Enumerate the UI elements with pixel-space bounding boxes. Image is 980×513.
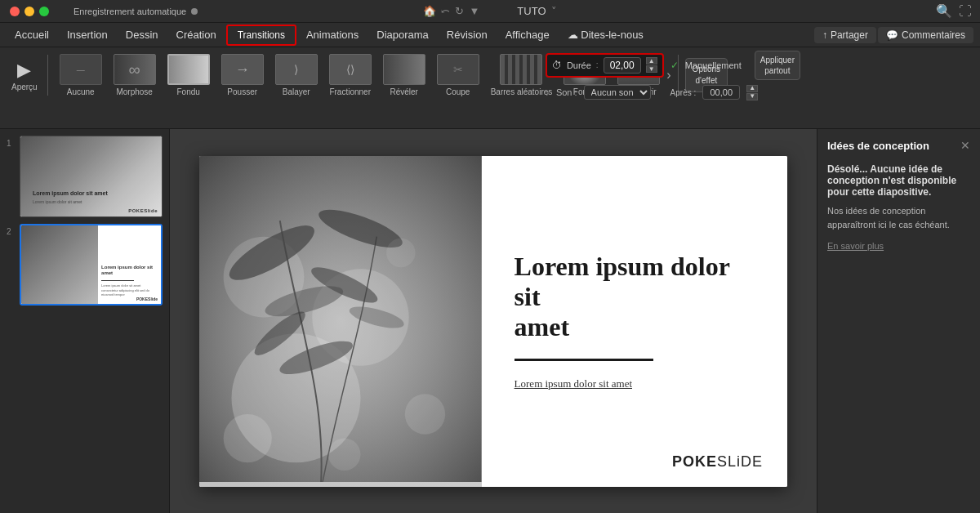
apercu-label: Aperçu: [11, 83, 38, 91]
slide2-title: Lorem ipsum dolor sit amet: [101, 265, 158, 278]
son-note-icon: ♪: [546, 88, 550, 97]
slide2-underline: [101, 280, 134, 281]
menu-revision[interactable]: Révision: [439, 27, 496, 42]
duree-control: ⏱ Durée : ▲ ▼: [546, 53, 664, 78]
menu-accueil[interactable]: Accueil: [7, 27, 57, 42]
panel-body-text: Nos idées de conception apparaîtront ici…: [827, 204, 970, 231]
close-button[interactable]: [10, 7, 20, 16]
transition-aucune-preview: —: [60, 54, 102, 85]
comments-icon: 💬: [886, 29, 898, 41]
transition-reveler-preview: [383, 54, 425, 85]
transition-morphose[interactable]: ∞ Morphose: [109, 51, 161, 100]
svg-point-13: [328, 438, 360, 470]
panel-error-title: Désolé... Aucune idée de conception n'es…: [827, 163, 970, 198]
menu-diaporama[interactable]: Diaporama: [368, 27, 437, 42]
apercu-button[interactable]: ▶ Aperçu: [8, 56, 41, 95]
transition-balayer[interactable]: ⟩ Balayer: [270, 51, 323, 100]
search-icon[interactable]: 🔍: [936, 3, 952, 19]
transition-morphose-label: Morphose: [116, 87, 152, 96]
slide-num-1: 1: [7, 136, 15, 148]
apres-spinner: ▲ ▼: [746, 85, 758, 100]
expand-icon[interactable]: ⛶: [959, 4, 972, 19]
right-panel: Idées de conception ✕ Désolé... Aucune i…: [817, 129, 980, 513]
apercu-icon: ▶: [17, 60, 31, 81]
autosave: Enregistrement automatique: [74, 7, 198, 16]
transition-reveler[interactable]: Révéler: [378, 51, 430, 100]
panel-header: Idées de conception ✕: [827, 139, 970, 152]
son-label: Son :: [556, 87, 577, 97]
slide-thumb-2[interactable]: 2 Lorem ipsum dolor sit amet Lorem ipsum…: [7, 224, 163, 306]
transition-fractionner[interactable]: ⟨⟩ Fractionner: [324, 51, 376, 100]
transition-fondu[interactable]: Fondu: [163, 51, 215, 100]
apres-label: Après :: [670, 88, 697, 97]
slide-thumb-1[interactable]: 1 Lorem ipsum dolor sit amet Lorem ipsum…: [7, 136, 163, 217]
transition-aucune[interactable]: — Aucune: [55, 51, 107, 100]
slide1-title: Lorem ipsum dolor sit amet: [33, 190, 158, 197]
transition-pousser[interactable]: → Pousser: [216, 51, 269, 100]
slide1-subtitle: Lorem ipsum dolor sit amet: [33, 199, 158, 205]
slide2-body: Lorem ipsum dolor sit amet consectetur a…: [101, 283, 158, 297]
panel-title: Idées de conception: [827, 140, 929, 152]
ribbon: ▶ Aperçu — Aucune ∞ Morphose: [0, 47, 980, 129]
canvas-title: Lorem ipsum dolor sitamet: [514, 252, 755, 341]
slide-num-2: 2: [7, 224, 15, 236]
slide-content-2: Lorem ipsum dolor sit amet Lorem ipsum d…: [21, 225, 161, 304]
son-apres-row: ♪ Son : Aucun son Après : ▲ ▼: [546, 85, 800, 100]
svg-point-12: [405, 394, 445, 434]
title-bar-right: 🔍 ⛶: [936, 3, 972, 19]
window-title: 🏠 ⤺ ↻ ▼ TUTO ˅: [423, 5, 556, 17]
panel-close-button[interactable]: ✕: [960, 139, 970, 152]
transition-fondu-preview: [167, 54, 210, 85]
slide2-right-text: Lorem ipsum dolor sit amet Lorem ipsum d…: [98, 225, 161, 304]
transition-pousser-preview: →: [221, 54, 264, 85]
slide-image-2: Lorem ipsum dolor sit amet Lorem ipsum d…: [20, 224, 163, 306]
duree-increment[interactable]: ▲: [646, 57, 657, 65]
transition-fractionner-label: Fractionner: [329, 87, 371, 96]
manuellement-label: Manuellement: [685, 60, 742, 70]
canvas-area: Lorem ipsum dolor sitamet Lorem ipsum do…: [170, 129, 817, 513]
menu-dessin[interactable]: Dessin: [118, 27, 167, 42]
menu-affichage[interactable]: Affichage: [497, 27, 558, 42]
apres-input[interactable]: [702, 85, 740, 100]
ribbon-right-controls: ⏱ Durée : ▲ ▼ ✓ Manuellement Appliquerpa…: [546, 51, 800, 100]
minimize-button[interactable]: [24, 7, 34, 16]
duree-separator: :: [596, 60, 599, 69]
comments-button[interactable]: 💬 Commentaires: [878, 27, 973, 43]
svg-point-11: [224, 413, 272, 462]
slide1-logo: POKESlide: [128, 208, 158, 213]
menu-animations[interactable]: Animations: [298, 27, 367, 42]
son-select[interactable]: Aucun son: [584, 85, 651, 100]
share-button[interactable]: ↑ Partager: [814, 27, 876, 43]
apres-increment[interactable]: ▲: [746, 85, 758, 92]
canvas-logo: POKESLiDE: [672, 453, 763, 471]
canvas-right: Lorem ipsum dolor sitamet Lorem ipsum do…: [482, 156, 787, 487]
duree-decrement[interactable]: ▼: [646, 65, 657, 73]
slide-image-1: Lorem ipsum dolor sit amet Lorem ipsum d…: [20, 136, 163, 217]
duree-spinner: ▲ ▼: [646, 57, 657, 73]
transition-fondu-label: Fondu: [177, 87, 200, 96]
transition-coupe-preview: ✂: [437, 54, 479, 85]
duree-row: ⏱ Durée : ▲ ▼ ✓ Manuellement Appliquerpa…: [546, 51, 800, 80]
share-icon: ↑: [822, 29, 827, 41]
slide-canvas[interactable]: Lorem ipsum dolor sitamet Lorem ipsum do…: [199, 156, 787, 487]
fullscreen-button[interactable]: [39, 7, 49, 16]
transition-coupe[interactable]: ✂ Coupe: [432, 51, 484, 100]
svg-point-14: [386, 238, 416, 267]
apply-all-button[interactable]: Appliquerpartout: [755, 51, 800, 80]
menu-insertion[interactable]: Insertion: [59, 27, 116, 42]
menu-bar: Accueil Insertion Dessin Création Transi…: [0, 23, 980, 47]
slide-content-1: Lorem ipsum dolor sit amet Lorem ipsum d…: [20, 136, 162, 216]
menu-creation[interactable]: Création: [168, 27, 225, 42]
apres-decrement[interactable]: ▼: [746, 93, 758, 100]
panel-link[interactable]: En savoir plus: [827, 241, 970, 251]
transition-barres-preview: [500, 54, 542, 85]
manuellement-check: ✓: [670, 60, 679, 71]
duree-input[interactable]: [604, 57, 641, 74]
slides-panel: 1 Lorem ipsum dolor sit amet Lorem ipsum…: [0, 129, 170, 513]
menu-transitions[interactable]: Transitions: [226, 25, 296, 46]
menu-dites[interactable]: ☁ Dites-le-nous: [559, 27, 652, 42]
ribbon-content: ▶ Aperçu — Aucune ∞ Morphose: [0, 47, 980, 103]
transition-coupe-label: Coupe: [446, 87, 470, 96]
clock-icon: ⏱: [552, 60, 562, 71]
slide2-left-image: [21, 225, 98, 304]
